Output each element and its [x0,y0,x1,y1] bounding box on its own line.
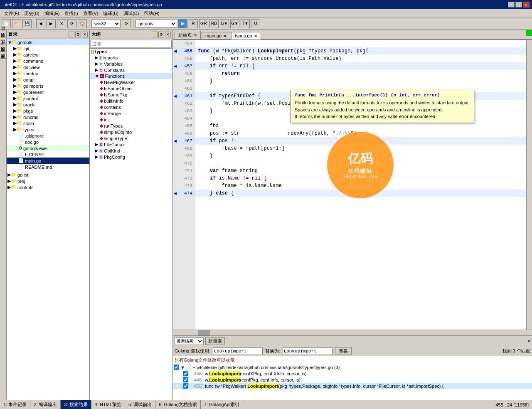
tree-item-stdlib[interactable]: ▶ 📁 stdlib [7,120,89,126]
outline-func-builtininfo[interactable]: ◆ builtinInfo [90,98,172,104]
find-input[interactable] [213,347,263,355]
toolbar-run6[interactable]: G▼ [230,19,239,28]
tab-close-btn[interactable]: ✕ [194,33,197,37]
outline-imports[interactable]: ▶ I Imports [90,54,172,61]
status-compile-output[interactable]: 2: 编译输出 [30,400,61,409]
toolbar-open[interactable]: 📂 [12,19,21,28]
tab-startpage[interactable]: 起始页 ✕ [175,31,201,39]
tree-item-docgo[interactable]: 📄 doc.go [7,139,89,145]
toolbar-run2[interactable]: R [189,19,198,28]
menu-find[interactable]: 查找(I) [62,10,80,16]
toolbar-save[interactable]: 💾 [22,19,32,28]
outline-root-types[interactable]: {} types [90,49,172,54]
tree-item-git[interactable]: ▶ 📁 .git [7,45,89,52]
tree-item-goimports[interactable]: ▶ 📁 goimports [7,83,89,89]
tree-item-gopresent[interactable]: ▶ 📁 gopresent [7,89,89,95]
status-html-preview[interactable]: 4: HTML预览 [91,400,125,409]
outline-func-contains[interactable]: ◆ contains [90,104,172,110]
tree-close-btn[interactable]: ✕ [82,32,88,37]
toolbar-back[interactable]: ◀ [36,19,45,28]
tab-source[interactable]: 源文件 [0,58,6,65]
horizontal-scrollbar[interactable] [173,330,532,335]
status-golang-docs[interactable]: 6: Golang文档搜索 [155,400,201,409]
new-search-button[interactable]: 新搜索 [205,337,225,345]
toolbar-stop[interactable]: ✕ [57,19,66,28]
outline-filter-input[interactable] [91,40,172,47]
tree-item-readme[interactable]: 📄 README.md [7,164,89,170]
tab-classview[interactable]: 类视图 [0,51,6,58]
tab-close-btn[interactable]: ✕ [223,34,227,38]
outline-func-newpkgwalker[interactable]: ◆ NewPkgWalker [90,79,172,85]
status-golang-api[interactable]: 7: GolangApi索引 [201,400,244,409]
tree-item-license[interactable]: 📄 LICENSE [7,151,89,158]
tree-root-proj[interactable]: ▶ 📁 proj [7,178,89,184]
tab-typesgo[interactable]: types.go ✕ [231,32,261,39]
outline-sync-btn[interactable]: ⚡ [152,32,158,37]
tree-item-command[interactable]: ▶ 📁 command [7,58,89,64]
search-result-2[interactable]: 448 w.LookupImport(confPkg, conf.Info, c… [173,377,532,383]
status-debug-output[interactable]: 5: 调试输出 [125,400,155,409]
outline-func-init[interactable]: ◆ init [90,116,172,123]
menu-build[interactable]: 编译(B) [101,10,121,16]
result-checkbox-3[interactable] [183,383,188,389]
toolbar-run8[interactable]: U [251,19,260,28]
tree-item-docview[interactable]: ▶ 📁 docview [7,64,89,70]
outline-struct-objkind[interactable]: ▶ S ObjKind [90,148,172,154]
search-result-1[interactable]: 446 w.LookupImport(confXPkg, conf.XInfo,… [173,370,532,377]
outline-variables[interactable]: ▶ V Variables [90,61,172,67]
tree-root-controls[interactable]: ▶ 📁 controls [7,184,89,190]
outline-settings-btn[interactable]: ⚙ [158,32,164,37]
toolbar-run3[interactable]: ⟳R [199,19,208,28]
search-file-group[interactable]: ▼ 📄 F:\vfc\liteide-git\liteidex\src\gith… [173,364,532,370]
tab-diagram[interactable]: 图表 [0,37,6,44]
replace-input[interactable] [283,347,332,355]
tree-item-types[interactable]: ▶ 📁 types [7,126,89,133]
vertical-scrollbar[interactable] [526,40,532,330]
status-search-results[interactable]: 3: 搜索结果 [61,400,91,409]
outline-struct-pkgconfig[interactable]: ▶ S PkgConfig [90,154,172,160]
menu-help[interactable]: 帮助(H) [141,10,162,16]
toolbar-new[interactable]: 📄 [2,19,11,28]
toolbar-refresh[interactable]: ⟳ [67,19,76,28]
outline-func-simpletype[interactable]: ◆ simpleType [90,135,172,141]
platform-selector[interactable]: win32 [91,20,121,28]
result-checkbox-2[interactable] [183,377,188,382]
toolbar-home[interactable]: 🏠 [78,19,87,28]
tab-filelist[interactable]: 文件 [0,44,6,51]
status-event-log[interactable]: 1: 事件记录 [0,400,30,409]
tree-item-maingo[interactable]: 📄 main.go [7,158,89,164]
gotools-selector[interactable]: gotools [135,20,177,28]
outline-func-inrange[interactable]: ◆ inRange [90,110,172,116]
tree-root-gotools[interactable]: ▼ 📁 gotools [7,39,89,45]
search-type-selector[interactable]: 搜索结果 HTML预览 [175,338,204,345]
outline-constants[interactable]: ▶ C Constants [90,67,172,73]
tree-item-gotools-exe[interactable]: ⚙ gotools.exe [7,145,89,151]
tree-item-gitignore[interactable]: 📄 .gitignore [7,133,89,139]
tree-item-finddoc[interactable]: ▶ 📁 finddoc [7,70,89,76]
outline-struct-filecursor[interactable]: ▶ S FileCursor [90,141,172,148]
toolbar-forward[interactable]: ▶ [47,19,56,28]
maximize-button[interactable]: □ [515,2,522,7]
tree-item-oracle[interactable]: ▶ 📁 oracle [7,101,89,108]
outline-functions[interactable]: ▼ F Functions [90,73,172,79]
toolbar-run4[interactable]: RB [209,19,219,28]
menu-debug[interactable]: 调试(D) [121,10,141,16]
tree-item-goapi[interactable]: ▶ 📁 goapi [7,76,89,83]
result-file-checkbox[interactable] [174,365,179,370]
menu-edit[interactable]: 编辑(E) [42,10,62,16]
outline-func-issameobject[interactable]: ◆ IsSameObject [90,85,172,91]
tree-sync-btn[interactable]: ⚡ [69,32,74,37]
menu-file[interactable]: 文件(F) [2,10,22,16]
tree-item-jsonfmt[interactable]: ▶ 📁 jsonfmt [7,95,89,101]
toolbar-run5[interactable]: B▼ [220,19,229,28]
menu-history[interactable]: 历史(B) [22,10,42,16]
tree-item-pkgs[interactable]: ▶ 📁 pkgs [7,108,89,114]
menu-view[interactable]: 查看(V) [81,10,101,16]
minimize-button[interactable]: − [508,2,515,7]
tab-close-btn[interactable]: ✕ [254,34,257,38]
tree-settings-btn[interactable]: ⚙ [75,32,81,37]
tab-filetree[interactable]: 目录 [0,30,6,37]
toolbar-refresh2[interactable]: ⟳ [122,19,131,28]
code-lines-area[interactable]: func (w *PkgWalker) LookupImport(pkg *ty… [195,40,526,330]
tab-maingo[interactable]: main.go ✕ [202,32,230,39]
